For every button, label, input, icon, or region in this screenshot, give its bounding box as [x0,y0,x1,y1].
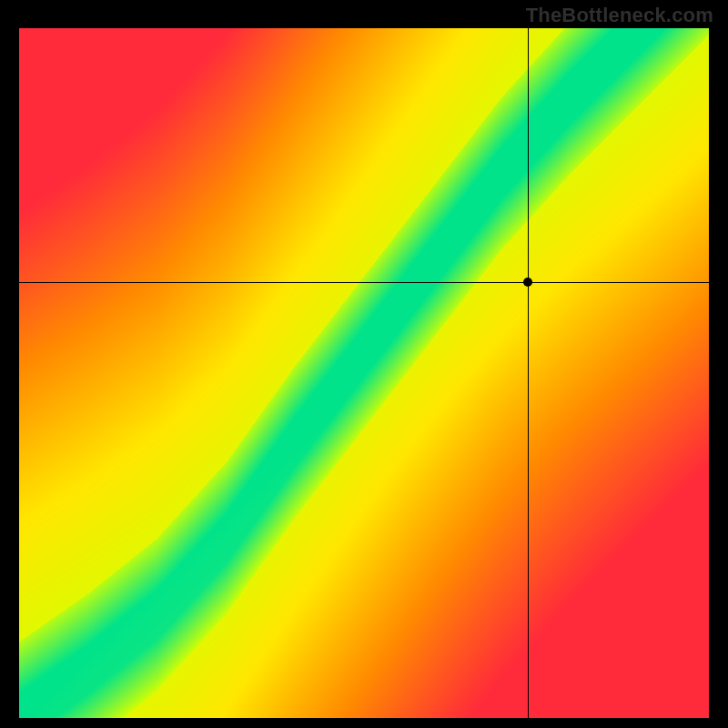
chart-frame: TheBottleneck.com [0,0,728,728]
data-point-marker [523,278,532,287]
heatmap-plot [19,28,709,718]
crosshair-vertical [528,28,529,718]
heatmap-canvas [19,28,709,718]
watermark: TheBottleneck.com [526,4,713,27]
crosshair-horizontal [19,282,709,283]
